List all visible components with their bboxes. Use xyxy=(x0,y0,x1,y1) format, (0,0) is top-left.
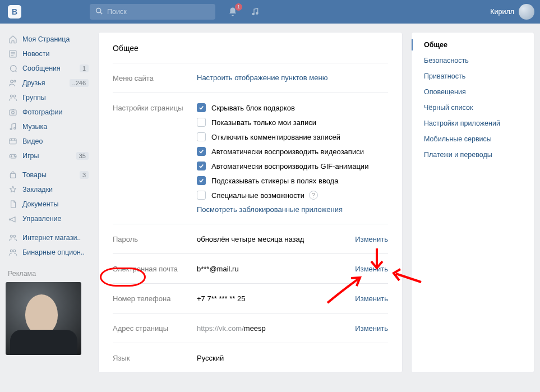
svg-point-11 xyxy=(14,80,16,82)
section-lang: Язык Русский xyxy=(113,343,388,372)
checkbox-icon[interactable] xyxy=(197,191,206,200)
nav-label: Друзья xyxy=(22,79,67,87)
nav-label: Моя Страница xyxy=(22,35,89,43)
help-icon[interactable]: ? xyxy=(309,191,318,200)
checkbox-row[interactable]: Скрывать блок подарков xyxy=(197,103,388,112)
checkbox-icon[interactable] xyxy=(197,103,206,112)
password-change-link[interactable]: Изменить xyxy=(355,235,388,243)
nav-item-msg[interactable]: Сообщения 1 xyxy=(6,61,90,76)
checkbox-label: Автоматически воспроизводить GIF-анимаци… xyxy=(211,162,368,170)
checkbox-icon[interactable] xyxy=(197,132,206,141)
photo-icon xyxy=(8,107,18,117)
nav-count: ..246 xyxy=(70,79,89,87)
search-icon xyxy=(95,7,103,16)
left-sidebar: Моя Страница Новости Сообщения 1 Друзья … xyxy=(6,32,90,373)
svg-point-30 xyxy=(13,235,16,237)
checkbox-label: Показывать только мои записи xyxy=(211,118,316,127)
page-settings-label: Настройки страницы xyxy=(113,103,197,214)
ad-image[interactable] xyxy=(6,282,81,355)
settings-tab[interactable]: Чёрный список xyxy=(412,100,534,116)
annotation-arrow-upright xyxy=(324,275,369,308)
settings-tab[interactable]: Оповещения xyxy=(412,84,534,100)
nav-item-market[interactable]: Товары 3 xyxy=(6,168,90,182)
nav-item-video[interactable]: Видео xyxy=(6,134,90,149)
nav-item-music[interactable]: Музыка xyxy=(6,119,90,134)
settings-tab[interactable]: Платежи и переводы xyxy=(412,147,534,163)
groups-icon xyxy=(8,247,18,257)
address-change-link[interactable]: Изменить xyxy=(355,324,388,333)
page-title: Общее xyxy=(113,44,388,63)
settings-tab[interactable]: Мобильные сервисы xyxy=(412,131,534,147)
checkbox-label: Автоматически воспроизводить видеозаписи xyxy=(211,147,364,156)
video-icon xyxy=(8,136,18,146)
nav-item-groups[interactable]: Бинарные опцион.. xyxy=(6,245,90,260)
settings-tab[interactable]: Безопасность xyxy=(412,53,534,68)
groups-icon xyxy=(8,93,18,103)
user-avatar[interactable] xyxy=(519,4,534,20)
checkbox-row[interactable]: Автоматически воспроизводить видеозаписи xyxy=(197,147,388,156)
checkbox-row[interactable]: Специальные возможности ? xyxy=(197,191,388,200)
section-address: Адрес страницы https://vk.com/meesp Изме… xyxy=(113,313,388,343)
nav-item-groups[interactable]: Интернет магази.. xyxy=(6,230,90,245)
nav-item-ads[interactable]: Управление xyxy=(6,211,90,226)
section-page-settings: Настройки страницы Скрывать блок подарко… xyxy=(113,93,388,224)
checkbox-row[interactable]: Отключить комментирование записей xyxy=(197,132,388,141)
music-icon xyxy=(8,122,18,132)
nav-label: Сообщения xyxy=(22,64,77,72)
nav-label: Музыка xyxy=(22,123,89,131)
menu-settings-link[interactable]: Настроить отображение пунктов меню xyxy=(197,73,327,82)
notifications-icon[interactable]: 1 xyxy=(227,6,239,18)
nav-item-games[interactable]: Игры 35 xyxy=(6,149,90,163)
nav-count: 3 xyxy=(80,171,89,179)
svg-point-10 xyxy=(11,80,13,83)
search-input[interactable] xyxy=(107,8,202,16)
nav-label: Бинарные опцион.. xyxy=(22,248,89,256)
nav-item-groups[interactable]: Группы xyxy=(6,90,90,105)
friends-icon xyxy=(8,78,18,88)
ads-icon xyxy=(8,214,18,224)
nav-item-feed[interactable]: Новости xyxy=(6,47,90,61)
nav-item-friends[interactable]: Друзья ..246 xyxy=(6,76,90,90)
settings-tab[interactable]: Приватность xyxy=(412,68,534,84)
section-menu: Меню сайта Настроить отображение пунктов… xyxy=(113,63,388,93)
address-label: Адрес страницы xyxy=(113,324,197,333)
groups-icon xyxy=(8,233,18,243)
nav-item-docs[interactable]: Документы xyxy=(6,197,90,211)
checkbox-row[interactable]: Показывать только мои записи xyxy=(197,118,388,127)
svg-point-4 xyxy=(252,13,254,15)
settings-tab[interactable]: Общее xyxy=(412,37,534,53)
checkbox-label: Специальные возможности xyxy=(211,191,304,200)
username[interactable]: Кирилл xyxy=(490,8,514,16)
checkbox-icon[interactable] xyxy=(197,176,206,185)
music-icon[interactable] xyxy=(249,6,261,18)
vk-logo[interactable]: B xyxy=(7,4,22,20)
svg-rect-14 xyxy=(10,110,16,115)
nav-label: Видео xyxy=(22,137,89,145)
email-value: b***@mail.ru xyxy=(197,265,355,273)
nav-item-home[interactable]: Моя Страница xyxy=(6,32,90,47)
checkbox-row[interactable]: Автоматически воспроизводить GIF-анимаци… xyxy=(197,162,388,170)
nav-item-fav[interactable]: Закладки xyxy=(6,182,90,197)
search-box[interactable] xyxy=(90,4,215,20)
checkbox-label: Скрывать блок подарков xyxy=(211,104,295,112)
nav-item-photo[interactable]: Фотографии xyxy=(6,105,90,119)
svg-point-26 xyxy=(15,156,15,157)
checkbox-label: Отключить комментирование записей xyxy=(211,133,340,141)
msg-icon xyxy=(8,63,18,73)
svg-point-29 xyxy=(10,235,12,237)
svg-rect-18 xyxy=(10,139,16,144)
svg-point-12 xyxy=(10,95,12,97)
home-icon xyxy=(8,34,18,44)
svg-point-25 xyxy=(14,155,15,156)
settings-tab[interactable]: Настройки приложений xyxy=(412,116,534,131)
checkbox-icon[interactable] xyxy=(197,162,206,170)
email-label: Электронная почта xyxy=(113,264,197,273)
nav-label: Группы xyxy=(22,94,89,102)
menu-label: Меню сайта xyxy=(113,73,197,82)
address-value: https://vk.com/meesp xyxy=(197,324,355,333)
checkbox-row[interactable]: Подсказывать стикеры в полях ввода xyxy=(197,176,388,185)
checkbox-icon[interactable] xyxy=(197,147,206,156)
checkbox-icon[interactable] xyxy=(197,118,206,127)
blocked-apps-link[interactable]: Посмотреть заблокированные приложения xyxy=(197,205,343,214)
lang-label: Язык xyxy=(113,353,197,362)
